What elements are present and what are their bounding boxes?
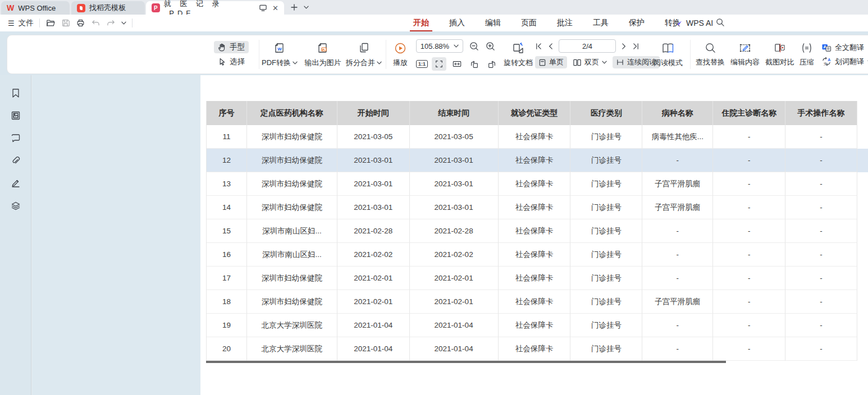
- table-row[interactable]: 16深圳市南山区妇...2021-02-022021-02-02社会保障卡门诊挂…: [207, 243, 857, 267]
- print-icon[interactable]: [76, 19, 85, 27]
- table-header-cell: 就诊凭证类型: [499, 101, 571, 125]
- table-row[interactable]: 13深圳市妇幼保健院2021-03-012021-03-01社会保障卡门诊挂号子…: [207, 172, 857, 196]
- redo-icon[interactable]: [106, 19, 116, 27]
- table-cell: -: [785, 337, 857, 361]
- rotate-left-icon[interactable]: [468, 57, 481, 71]
- table-cell: -: [785, 314, 857, 337]
- table-cell: 2021-02-28: [337, 219, 410, 243]
- compress-button[interactable]: 压缩: [796, 35, 818, 74]
- zoom-in-icon[interactable]: [485, 41, 496, 52]
- fit-page-button[interactable]: [432, 57, 446, 71]
- play-button[interactable]: 播放: [389, 35, 412, 74]
- first-page-icon[interactable]: [535, 43, 542, 50]
- screen-share-icon[interactable]: [259, 4, 267, 12]
- page-number-input[interactable]: 2/4: [559, 39, 616, 53]
- full-text-translate-button[interactable]: A 全文翻译: [821, 43, 868, 53]
- table-cell: 2021-02-01: [337, 290, 410, 314]
- table-cell: 北京大学深圳医院: [247, 314, 337, 337]
- table-cell: 2021-02-28: [410, 219, 499, 243]
- table-cell: 社会保障卡: [499, 267, 571, 290]
- toolbar-card: 手型 选择 W PDF转换 输出为图片 拆分合并 播放: [7, 35, 868, 74]
- table-cell: 2021-02-01: [410, 290, 499, 314]
- play-label: 播放: [393, 58, 408, 68]
- select-tool-button[interactable]: 选择: [214, 56, 249, 68]
- edit-content-icon: [738, 42, 752, 54]
- svg-text:文: 文: [824, 62, 828, 66]
- tab-docer-templates[interactable]: 找稻壳模板: [71, 1, 145, 15]
- export-image-button[interactable]: 输出为图片: [301, 35, 344, 74]
- table-cell: 社会保障卡: [499, 172, 571, 196]
- table-cell: 14: [207, 196, 247, 219]
- menu-tab-edit[interactable]: 编辑: [483, 18, 503, 28]
- menu-tab-home[interactable]: 开始: [411, 18, 431, 28]
- select-tool-label: 选择: [230, 57, 245, 67]
- save-icon[interactable]: [61, 19, 70, 27]
- table-row[interactable]: 11深圳市妇幼保健院2021-03-052021-03-05社会保障卡门诊挂号病…: [207, 125, 857, 149]
- edit-content-button[interactable]: 编辑内容: [728, 35, 762, 74]
- comments-icon[interactable]: [10, 132, 21, 144]
- read-mode-button[interactable]: 阅读模式: [652, 35, 684, 74]
- word-translate-button[interactable]: 文A 划词翻译: [821, 57, 868, 67]
- table-cell: -: [642, 219, 713, 243]
- layers-icon[interactable]: [10, 200, 21, 211]
- next-page-icon[interactable]: [621, 43, 627, 50]
- actual-size-button[interactable]: 1:1: [416, 60, 428, 68]
- table-row[interactable]: 19北京大学深圳医院2021-01-042021-01-04社会保障卡门诊挂号-…: [207, 314, 857, 337]
- table-cell: 北京大学深圳医院: [247, 337, 337, 361]
- word-translate-label: 划词翻译: [835, 57, 864, 67]
- file-menu-button[interactable]: ☰ 文件: [8, 18, 34, 28]
- hand-tool-button[interactable]: 手型: [214, 41, 249, 53]
- bookmarks-icon[interactable]: [10, 88, 21, 99]
- search-icon[interactable]: [715, 17, 725, 27]
- tab-document-pdf[interactable]: P 就 医 记 录 .PDF ✕: [146, 1, 284, 15]
- single-page-button[interactable]: 单页: [535, 56, 567, 68]
- zoom-level-select[interactable]: 105.88%: [416, 39, 463, 53]
- tab-list-chevron-icon[interactable]: [301, 1, 310, 13]
- new-tab-button[interactable]: [289, 1, 300, 13]
- table-cell: 2021-02-02: [337, 243, 410, 267]
- table-cell: 2021-03-01: [337, 196, 410, 219]
- thumbnails-icon[interactable]: [10, 110, 21, 121]
- rotate-document-button[interactable]: 旋转文档: [502, 35, 534, 74]
- last-page-icon[interactable]: [632, 43, 639, 50]
- table-cell: 18: [207, 290, 247, 314]
- table-row[interactable]: 20北京大学深圳医院2021-01-042021-01-04社会保障卡门诊挂号-…: [207, 337, 857, 361]
- table-row[interactable]: 17深圳市妇幼保健院2021-02-012021-02-01社会保障卡门诊挂号-…: [207, 267, 857, 290]
- table-cell: 深圳市妇幼保健院: [247, 125, 337, 149]
- double-page-button[interactable]: 双页: [572, 56, 608, 68]
- table-cell: 门诊挂号: [570, 149, 642, 172]
- menu-tab-wps-ai[interactable]: WPS AI: [674, 15, 713, 31]
- pdf-convert-button[interactable]: W PDF转换: [261, 35, 298, 74]
- find-replace-button[interactable]: 查找替换: [693, 35, 727, 74]
- table-header-cell: 医疗类别: [570, 101, 642, 125]
- rotate-right-icon[interactable]: [485, 57, 499, 71]
- compress-icon: [800, 42, 814, 54]
- menu-tab-page[interactable]: 页面: [519, 18, 539, 28]
- undo-icon[interactable]: [91, 19, 100, 27]
- quick-toolbar-chevron-icon[interactable]: [121, 21, 126, 25]
- tab-wps-office[interactable]: W WPS Office: [1, 1, 70, 15]
- menu-tab-comment[interactable]: 批注: [555, 18, 575, 28]
- open-file-icon[interactable]: [45, 19, 56, 27]
- screenshot-compare-button[interactable]: 截图对比: [763, 35, 797, 74]
- tab-close-icon[interactable]: ✕: [272, 4, 278, 12]
- zoom-out-icon[interactable]: [469, 41, 479, 52]
- menu-tab-tools[interactable]: 工具: [591, 18, 611, 28]
- rotate-document-icon: [511, 42, 526, 55]
- menu-tab-protect[interactable]: 保护: [627, 18, 647, 28]
- svg-text:A: A: [828, 58, 830, 62]
- menu-tab-insert[interactable]: 插入: [447, 18, 467, 28]
- attachments-icon[interactable]: [10, 155, 21, 166]
- fit-width-button[interactable]: [450, 57, 464, 71]
- table-row[interactable]: 14深圳市妇幼保健院2021-03-012021-03-01社会保障卡门诊挂号子…: [207, 196, 857, 219]
- table-row[interactable]: 12深圳市妇幼保健院2021-03-012021-03-01社会保障卡门诊挂号-…: [207, 149, 857, 172]
- svg-text:W: W: [277, 47, 282, 52]
- table-row[interactable]: 18深圳市妇幼保健院2021-02-012021-02-01社会保障卡门诊挂号子…: [207, 290, 857, 314]
- previous-page-icon[interactable]: [547, 43, 554, 50]
- table-cell: 深圳市妇幼保健院: [247, 267, 337, 290]
- table-cell: -: [785, 172, 857, 196]
- table-row[interactable]: 15深圳市南山区妇...2021-02-282021-02-28社会保障卡门诊挂…: [207, 219, 857, 243]
- signature-icon[interactable]: [10, 177, 21, 189]
- split-merge-button[interactable]: 拆分合并: [345, 35, 382, 74]
- double-page-icon: [573, 58, 582, 67]
